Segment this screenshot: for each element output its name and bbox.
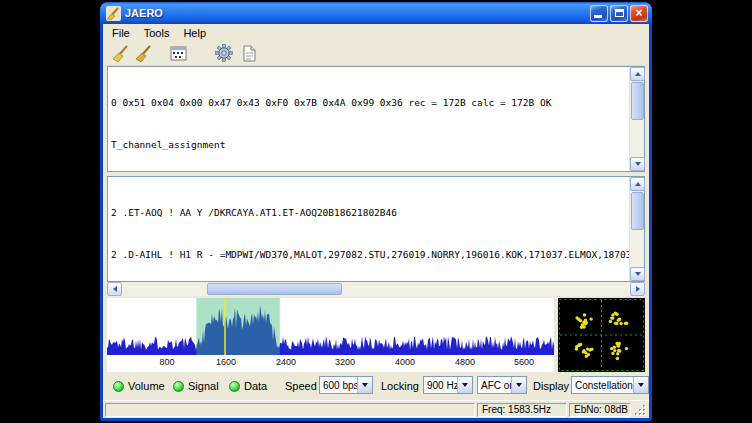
- window-controls: ×: [590, 5, 648, 22]
- spectrum-tick: 1600: [213, 357, 239, 367]
- controls-bar: Volume Signal Data Speed 600 bps Locking…: [107, 376, 645, 396]
- data-label: Data: [244, 380, 267, 392]
- spectrum-axis: 800 1600 2400 3200 4000 4800 5600: [107, 355, 554, 371]
- spectrum-panel: 800 1600 2400 3200 4000 4800 5600: [107, 298, 554, 372]
- signal-led-icon: [173, 381, 184, 392]
- menu-tools[interactable]: Tools: [137, 26, 177, 40]
- scroll-down-button[interactable]: [630, 267, 645, 281]
- desktop: { "window": { "title": "JAERO" }, "menu"…: [0, 0, 752, 423]
- dropdown-arrow-icon[interactable]: [511, 377, 526, 393]
- spectrum-tick: 5600: [511, 357, 537, 367]
- status-freq: Freq: 1583.5Hz: [477, 403, 567, 417]
- spectrum-plot[interactable]: [107, 298, 554, 355]
- raw-bits-button[interactable]: [167, 42, 190, 64]
- spectrum-tick: 800: [154, 357, 180, 367]
- status-ebno: EbNo: 08dB: [569, 403, 631, 417]
- data-indicator: Data: [229, 376, 267, 396]
- volume-led-icon: [113, 381, 124, 392]
- locking-label: Locking: [381, 376, 419, 396]
- message-line: 2 .ET-AOQ ! AA Y /DKRCAYA.AT1.ET-AOQ20B1…: [111, 206, 626, 220]
- messages-text[interactable]: 2 .ET-AOQ ! AA Y /DKRCAYA.AT1.ET-AOQ20B1…: [108, 177, 629, 281]
- spectrum-tick: 2400: [273, 357, 299, 367]
- display-select[interactable]: Constellation: [571, 376, 649, 394]
- minimize-icon: [594, 15, 602, 18]
- gear-icon: [214, 43, 234, 63]
- console-vscrollbar[interactable]: [629, 67, 644, 171]
- arrow-down-icon: [462, 383, 468, 387]
- clear-messages-button[interactable]: [132, 42, 155, 64]
- dropdown-arrow-icon[interactable]: [457, 377, 472, 393]
- settings-button[interactable]: [212, 42, 235, 64]
- dropdown-arrow-icon[interactable]: [633, 377, 648, 393]
- window-body: File Tools Help: [103, 24, 649, 418]
- status-bar: Freq: 1583.5Hz EbNo: 08dB: [103, 400, 649, 418]
- scroll-right-button[interactable]: [630, 282, 645, 296]
- spectrum-tick: 3200: [332, 357, 358, 367]
- menu-help[interactable]: Help: [176, 26, 213, 40]
- arrow-down-icon: [362, 383, 368, 387]
- console-line: 0 0x51 0x04 0x00 0x47 0x43 0xF0 0x7B 0x4…: [111, 96, 626, 110]
- speed-value: 600 bps: [320, 380, 357, 391]
- binary-window-icon: [169, 44, 188, 63]
- data-led-icon: [229, 381, 240, 392]
- scroll-up-button[interactable]: [630, 177, 645, 191]
- console-line: T_channel_assignment: [111, 138, 626, 152]
- console-text[interactable]: 0 0x51 0x04 0x00 0x47 0x43 0xF0 0x7B 0x4…: [108, 67, 629, 171]
- speed-label: Speed: [285, 376, 317, 396]
- arrow-down-icon: [516, 383, 522, 387]
- broom-icon: [111, 44, 130, 63]
- log-file-button[interactable]: [237, 42, 260, 64]
- afc-value: AFC on: [478, 380, 511, 391]
- arrow-down-icon: [635, 162, 641, 166]
- maximize-button[interactable]: [610, 5, 628, 22]
- messages-vscrollbar[interactable]: [629, 177, 644, 281]
- spectrum-tick: 4800: [452, 357, 478, 367]
- spectrum-tick: 4000: [392, 357, 418, 367]
- arrow-down-icon: [635, 272, 641, 276]
- clear-console-button[interactable]: [109, 42, 132, 64]
- messages-pane[interactable]: 2 .ET-AOQ ! AA Y /DKRCAYA.AT1.ET-AOQ20B1…: [107, 176, 645, 282]
- document-icon: [240, 44, 258, 63]
- status-empty-panel: [105, 403, 475, 417]
- volume-indicator: Volume: [113, 376, 165, 396]
- display-label: Display: [533, 376, 569, 396]
- scroll-left-button[interactable]: [107, 282, 122, 296]
- window-title: JAERO: [125, 7, 590, 19]
- maximize-icon: [615, 9, 624, 17]
- arrow-up-icon: [635, 182, 641, 186]
- minimize-button[interactable]: [590, 5, 608, 22]
- menu-bar: File Tools Help: [103, 24, 649, 41]
- signal-indicator: Signal: [173, 376, 219, 396]
- locking-select[interactable]: 900 Hz: [423, 376, 473, 394]
- app-icon: [106, 6, 121, 21]
- scroll-up-button[interactable]: [630, 67, 645, 81]
- constellation-panel: [558, 298, 645, 372]
- arrow-right-icon: [636, 286, 640, 292]
- dropdown-arrow-icon[interactable]: [357, 377, 372, 393]
- speed-select[interactable]: 600 bps: [319, 376, 373, 394]
- resize-grip[interactable]: [633, 403, 647, 417]
- toolbar: [103, 41, 649, 66]
- messages-hscrollbar[interactable]: [107, 282, 645, 296]
- locking-value: 900 Hz: [424, 380, 457, 391]
- arrow-down-icon: [638, 383, 644, 387]
- arrow-left-icon: [113, 286, 117, 292]
- close-button[interactable]: ×: [630, 5, 648, 22]
- constellation-display: [558, 298, 645, 372]
- console-pane[interactable]: 0 0x51 0x04 0x00 0x47 0x43 0xF0 0x7B 0x4…: [107, 66, 645, 172]
- volume-label: Volume: [128, 380, 165, 392]
- broom-icon: [134, 44, 153, 63]
- scroll-thumb[interactable]: [207, 283, 342, 295]
- scroll-down-button[interactable]: [630, 157, 645, 171]
- display-value: Constellation: [572, 380, 633, 391]
- afc-select[interactable]: AFC on: [477, 376, 527, 394]
- arrow-up-icon: [635, 72, 641, 76]
- scroll-thumb[interactable]: [631, 192, 644, 230]
- menu-file[interactable]: File: [105, 26, 137, 40]
- title-bar[interactable]: JAERO ×: [100, 2, 652, 24]
- scroll-thumb[interactable]: [631, 82, 644, 120]
- jaero-window: JAERO × File Tools Help: [100, 2, 652, 421]
- signal-label: Signal: [188, 380, 219, 392]
- message-line: 2 .D-AIHL ! H1 R - =MDPWI/WD370,MALOT,29…: [111, 248, 626, 262]
